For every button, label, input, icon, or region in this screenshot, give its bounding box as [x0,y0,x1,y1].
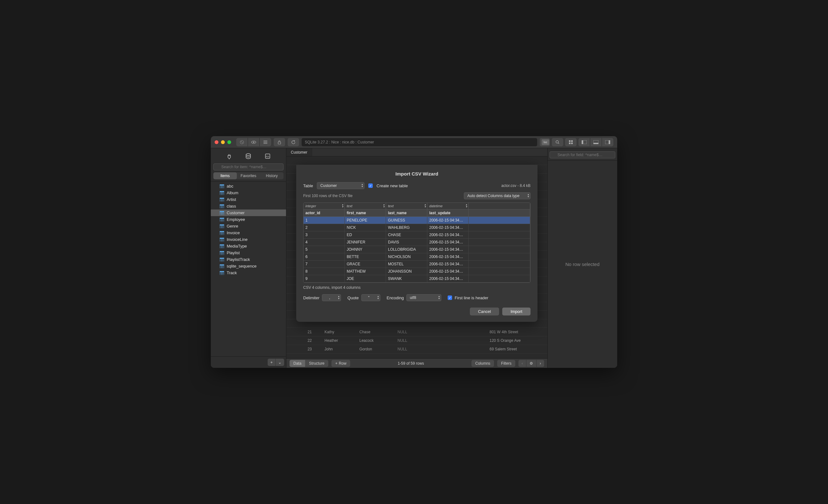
sidebar-tree: abcAlbumArtistclassCustomerEmployeeGenre… [211,181,286,356]
add-dropdown[interactable]: + ⌄ [267,359,284,366]
sidebar-search-input[interactable] [213,163,284,170]
nav-group [236,138,271,146]
sidebar-item-genre[interactable]: Genre [211,223,286,229]
add-row-button[interactable]: + Row [331,360,350,367]
sidebar-segments: Items Favorites History [213,172,284,179]
stepper-icon: ▴▾ [424,203,426,208]
database-icon[interactable] [244,152,252,160]
seg-history[interactable]: History [260,172,284,179]
header-cell[interactable] [469,209,530,217]
import-button[interactable]: Import [502,307,531,316]
page-prev-icon[interactable]: ‹ [519,360,526,367]
close-window-button[interactable] [215,140,218,144]
gear-icon[interactable]: ⚙ [526,360,536,367]
preview-row[interactable]: 7GRACEMOSTEL2006-02-15 04:34… [303,261,530,268]
svg-line-9 [558,143,559,144]
refresh-button[interactable] [288,138,299,146]
sidebar-bottom: + ⌄ [211,356,286,368]
create-new-checkbox[interactable]: ✓ [368,183,373,188]
sidebar-item-mediatype[interactable]: MediaType [211,243,286,249]
svg-rect-67 [220,238,224,239]
first-line-checkbox[interactable]: ✓ [448,295,452,300]
type-cell[interactable] [469,203,530,209]
sidebar-item-abc[interactable]: abc [211,183,286,190]
header-cell[interactable]: first_name [345,209,386,217]
preview-row[interactable]: 9JOESWANK2006-02-15 04:34… [303,275,530,283]
preview-row[interactable]: 3EDCHASE2006-02-15 04:34… [303,232,530,239]
sidebar-item-artist[interactable]: Artist [211,196,286,203]
preview-button[interactable] [248,138,259,146]
list-button[interactable] [260,138,271,146]
table-icon [220,224,224,228]
search-icon[interactable] [552,138,563,146]
seg-items[interactable]: Items [213,172,237,179]
loc-badge[interactable]: loc [540,138,550,146]
encoding-select[interactable]: utf8 ▴▾ [406,294,441,301]
seg-favorites[interactable]: Favorites [237,172,260,179]
table-select[interactable]: Customer ▴▾ [317,182,365,189]
preview-cell: WAHLBERG [386,224,427,232]
sidebar-item-invoiceline[interactable]: InvoiceLine [211,236,286,243]
panel-left-icon[interactable] [578,138,590,146]
sidebar-item-customer[interactable]: Customer [211,209,286,216]
sidebar-item-label: Invoice [227,230,240,235]
sidebar-item-sqlite_sequence[interactable]: sqlite_sequence [211,263,286,269]
sidebar-item-employee[interactable]: Employee [211,216,286,223]
quote-select[interactable]: " ▴▾ [361,294,380,301]
preview-row[interactable]: 6BETTENICHOLSON2006-02-15 04:34… [303,253,530,261]
sql-icon[interactable]: SQL [263,152,272,160]
delimiter-group: Delimiter , ▴▾ [303,294,341,301]
data-tab[interactable]: Data [290,360,305,367]
sidebar-item-playlist[interactable]: Playlist [211,249,286,256]
data-structure-seg: Data Structure [290,360,328,367]
sidebar-item-album[interactable]: Album [211,190,286,196]
rows-summary: 1-59 of 59 rows [398,361,424,366]
maximize-window-button[interactable] [227,140,231,144]
header-cell[interactable]: last_update [427,209,469,217]
preview-cell: ED [345,232,386,239]
panel-right-icon[interactable] [602,138,613,146]
preview-row[interactable]: 2NICKWAHLBERG2006-02-15 04:34… [303,224,530,232]
panel-bottom-icon[interactable] [590,138,602,146]
tab-customer[interactable]: Customer [286,148,312,156]
preview-row[interactable]: 4JENNIFERDAVIS2006-02-15 04:34… [303,239,530,246]
inspector-search-input[interactable] [549,152,615,158]
path-bar[interactable]: SQLite 3.27.2 : Nice : nice.db : Custome… [302,138,537,146]
type-detect-select[interactable]: Auto detect Columns data type ▴▾ [464,192,531,199]
sidebar-item-class[interactable]: class [211,203,286,209]
header-cell[interactable]: last_name [386,209,427,217]
inspector-empty: No row selected [548,161,617,368]
minimize-window-button[interactable] [221,140,225,144]
filters-button[interactable]: Filters [497,360,515,367]
preview-row[interactable]: 1PENELOPEGUINESS2006-02-15 04:34… [303,217,530,224]
sidebar-item-playlisttrack[interactable]: PlaylistTrack [211,256,286,263]
preview-cell: SWANK [386,275,427,283]
sidebar-item-invoice[interactable]: Invoice [211,229,286,236]
sidebar-item-label: sqlite_sequence [227,264,256,268]
plug-icon[interactable] [225,152,233,160]
delimiter-select[interactable]: , ▴▾ [322,294,341,301]
type-cell[interactable]: integer▴▾ [303,203,345,209]
sidebar-item-track[interactable]: Track [211,269,286,276]
type-cell[interactable]: text▴▾ [345,203,386,209]
sidebar-item-label: Customer [227,210,244,215]
table-label: Table [303,183,313,188]
structure-tab[interactable]: Structure [305,360,328,367]
stop-button[interactable] [236,138,248,146]
cancel-button[interactable]: Cancel [470,307,499,316]
preview-row[interactable]: 5JOHNNYLOLLOBRIGIDA2006-02-15 04:34… [303,246,530,253]
lock-button[interactable] [274,138,285,146]
page-next-icon[interactable]: › [536,360,544,367]
first-rows-label: First 100 rows of the CSV file [303,194,353,198]
type-cell[interactable]: text▴▾ [386,203,427,209]
type-cell[interactable]: datetime▴▾ [427,203,469,209]
row-label: Row [339,361,346,366]
svg-rect-77 [220,251,224,252]
header-cell[interactable]: actor_id [303,209,345,217]
csv-summary: CSV 4 columns, import 4 columns [303,285,531,290]
grid-icon[interactable] [565,138,577,146]
preview-cell: 2 [303,224,345,232]
preview-row[interactable]: 8MATTHEWJOHANSSON2006-02-15 04:34… [303,268,530,275]
sidebar-search-wrap [213,163,284,170]
columns-button[interactable]: Columns [471,360,494,367]
